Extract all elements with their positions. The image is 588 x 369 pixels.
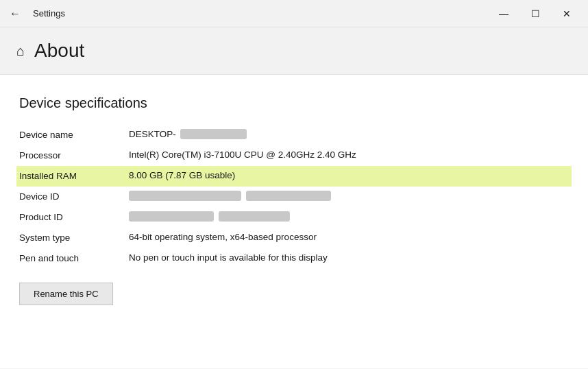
spec-value (129, 211, 569, 222)
spec-row: ProcessorIntel(R) Core(TM) i3-7100U CPU … (19, 145, 569, 166)
spec-row: Product ID (19, 207, 569, 228)
title-bar-controls: — ☐ ✕ (488, 0, 583, 27)
spec-label: Processor (19, 150, 129, 160)
close-button[interactable]: ✕ (551, 0, 583, 27)
spec-value: No pen or touch input is available for t… (129, 252, 569, 263)
page-title: About (34, 40, 84, 62)
spec-rows-container: Device nameDESKTOP- ProcessorIntel(R) Co… (19, 125, 569, 269)
spec-value: Intel(R) Core(TM) i3-7100U CPU @ 2.40GHz… (129, 150, 569, 160)
spec-row: Pen and touchNo pen or touch input is av… (19, 248, 569, 269)
spec-value: DESKTOP- (129, 129, 569, 139)
spec-label: Device ID (19, 191, 129, 202)
spec-row: Device ID (19, 187, 569, 207)
back-button[interactable]: ← (5, 5, 25, 23)
spec-value (129, 191, 569, 201)
title-bar: ← Settings — ☐ ✕ (0, 0, 588, 27)
rename-pc-button[interactable]: Rename this PC (19, 283, 113, 305)
spec-label: Product ID (19, 211, 129, 222)
spec-value: 64-bit operating system, x64-based proce… (129, 232, 569, 242)
title-bar-title: Settings (33, 8, 65, 19)
spec-value: 8.00 GB (7.87 GB usable) (129, 170, 569, 180)
spec-label: Device name (19, 129, 129, 140)
minimize-button[interactable]: — (488, 0, 519, 27)
home-icon: ⌂ (16, 43, 25, 59)
spec-row: Installed RAM8.00 GB (7.87 GB usable) (16, 166, 572, 187)
maximize-button[interactable]: ☐ (519, 0, 551, 27)
spec-label: Installed RAM (19, 170, 129, 181)
spec-row: Device nameDESKTOP- (19, 125, 569, 145)
spec-label: System type (19, 232, 129, 243)
spec-label: Pen and touch (19, 252, 129, 263)
section-title: Device specifications (19, 95, 569, 111)
title-bar-left: ← Settings (5, 5, 65, 23)
main-content: Device specifications Device nameDESKTOP… (0, 75, 588, 368)
spec-row: System type64-bit operating system, x64-… (19, 228, 569, 248)
page-header: ⌂ About (0, 27, 588, 75)
